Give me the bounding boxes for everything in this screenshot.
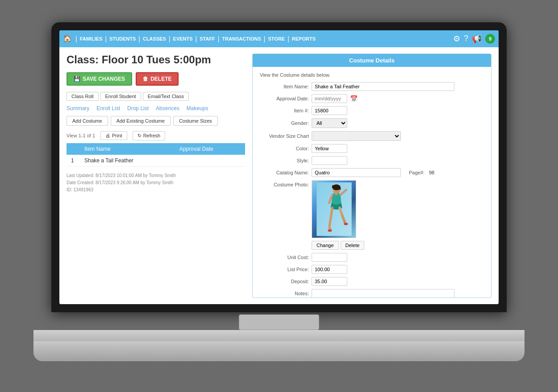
tab-drop-list[interactable]: Drop List: [127, 105, 149, 111]
nav-separator-7: |: [264, 35, 266, 42]
home-icon[interactable]: 🏠: [63, 34, 72, 43]
deposit-input[interactable]: [312, 277, 347, 286]
enroll-student-tab[interactable]: Enroll Student: [100, 92, 141, 101]
notes-row: Notes:: [260, 289, 484, 298]
action-tab-row: Class Roll Enroll Student Email/Text Cla…: [67, 92, 245, 101]
nav-separator-1: |: [75, 35, 77, 42]
item-num-input[interactable]: [312, 106, 347, 115]
row-item-name: Shake a Tail Feather: [80, 155, 175, 167]
delete-button[interactable]: 🗑 DELETE: [136, 72, 179, 86]
catalog-name-label: Catalog Name:: [260, 170, 309, 175]
nav-classes[interactable]: CLASSES: [143, 36, 166, 41]
table-row[interactable]: 1 Shake a Tail Feather: [67, 155, 245, 167]
save-icon: 💾: [74, 76, 80, 82]
costume-details-modal: Costume Details View the Costume details…: [252, 54, 491, 298]
gender-row: Gender: All Male Female: [260, 118, 484, 128]
change-photo-button[interactable]: Change: [312, 241, 339, 250]
photo-buttons: Change Delete: [312, 241, 364, 250]
print-button[interactable]: 🖨 Print: [100, 131, 127, 140]
nav-transactions[interactable]: TRANSACTIONS: [222, 36, 261, 41]
view-count: View 1-1 of 1: [67, 133, 95, 138]
main-content: Class: Floor 10 Tues 5:00pm 💾 SAVE CHANG…: [59, 47, 499, 304]
list-price-row: List Price:: [260, 265, 484, 274]
unit-cost-row: Unit Cost:: [260, 253, 484, 262]
list-price-input[interactable]: [312, 265, 347, 274]
trackpad: [239, 314, 319, 330]
nav-separator-3: |: [138, 35, 140, 42]
svg-point-7: [344, 223, 348, 225]
costume-photo-label: Costume Photo:: [260, 180, 309, 187]
nav-store[interactable]: STORE: [268, 36, 285, 41]
last-updated: Last Updated: 8/17/2023 10:01:00 AM by T…: [67, 172, 245, 179]
item-name-label: Item Name:: [260, 84, 309, 89]
item-num-label: Item #:: [260, 108, 309, 113]
modal-sub-text: View the Costume details below.: [260, 72, 484, 78]
modal-body: View the Costume details below. Item Nam…: [253, 67, 491, 298]
costume-sizes-button[interactable]: Costume Sizes: [173, 116, 218, 126]
nav-separator-6: |: [218, 35, 220, 42]
page-value: 98: [429, 170, 434, 175]
tab-absences[interactable]: Absences: [156, 105, 179, 111]
page-label: Page#:: [409, 170, 425, 175]
catalog-name-input[interactable]: [312, 168, 401, 177]
calendar-icon[interactable]: 📅: [350, 95, 358, 102]
nav-students[interactable]: STUDENTS: [109, 36, 136, 41]
print-icon: 🖨: [105, 133, 110, 138]
tab-makeups[interactable]: Makeups: [187, 105, 208, 111]
item-num-row: Item #:: [260, 106, 484, 115]
color-label: Color:: [260, 146, 309, 151]
nav-families[interactable]: FAMILIES: [80, 36, 103, 41]
costume-photo: [312, 180, 356, 238]
email-text-class-tab[interactable]: Email/Text Class: [143, 92, 189, 101]
costume-action-row: Add Costume Add Existing Costume Costume…: [67, 116, 245, 126]
gender-label: Gender:: [260, 120, 309, 126]
action-buttons: 💾 SAVE CHANGES 🗑 DELETE: [67, 72, 245, 86]
delete-photo-button[interactable]: Delete: [341, 241, 365, 250]
nav-events[interactable]: EVENTS: [173, 36, 193, 41]
item-name-input[interactable]: [312, 82, 454, 91]
approval-date-row: Approval Date: 📅: [260, 94, 484, 103]
nav-right: ⚙ ? 📢 9: [453, 34, 495, 44]
list-price-label: List Price:: [260, 267, 309, 272]
nav-separator-2: |: [105, 35, 107, 42]
svg-rect-5: [335, 193, 337, 195]
add-costume-button[interactable]: Add Costume: [67, 116, 108, 126]
deposit-label: Deposit:: [260, 279, 309, 284]
approval-date-input[interactable]: [312, 94, 347, 103]
nav-staff[interactable]: STAFF: [200, 36, 215, 41]
style-row: Style:: [260, 156, 484, 165]
save-changes-button[interactable]: 💾 SAVE CHANGES: [67, 72, 132, 86]
right-panel: Costume Details View the Costume details…: [252, 54, 491, 298]
color-row: Color:: [260, 144, 484, 153]
gymnast-figure: [315, 182, 353, 236]
nav-reports[interactable]: REPORTS: [292, 36, 316, 41]
help-icon[interactable]: ?: [464, 34, 468, 43]
tab-summary[interactable]: Summary: [67, 105, 89, 111]
catalog-row: Catalog Name: Page#: 98: [260, 168, 484, 177]
unit-cost-label: Unit Cost:: [260, 255, 309, 260]
refresh-button[interactable]: ↻ Refresh: [133, 131, 166, 140]
notification-badge[interactable]: 9: [485, 34, 495, 44]
unit-cost-input[interactable]: [312, 253, 347, 262]
photo-container: Change Delete: [312, 180, 364, 250]
add-existing-costume-button[interactable]: Add Existing Costume: [111, 116, 171, 126]
costume-photo-row: Costume Photo:: [260, 180, 484, 250]
refresh-icon: ↻: [137, 133, 142, 139]
item-name-row: Item Name:: [260, 82, 484, 91]
settings-icon[interactable]: ⚙: [453, 34, 460, 44]
vendor-size-select[interactable]: [312, 131, 401, 141]
notifications-icon[interactable]: 📢: [472, 34, 482, 44]
notes-textarea[interactable]: [312, 289, 454, 298]
costume-table: Item Name Approval Date 1 Shake a Tail F…: [67, 143, 245, 167]
table-col-num: [67, 143, 80, 155]
meta-info: Last Updated: 8/17/2023 10:01:00 AM by T…: [67, 172, 245, 194]
nav-separator-8: |: [287, 35, 289, 42]
color-input[interactable]: [312, 144, 347, 153]
row-approval-date: [175, 155, 245, 167]
class-roll-tab[interactable]: Class Roll: [67, 92, 99, 101]
style-input[interactable]: [312, 156, 347, 165]
tab-enroll-list[interactable]: Enroll List: [96, 105, 120, 111]
nav-separator-4: |: [169, 35, 171, 42]
approval-date-label: Approval Date:: [260, 96, 309, 101]
gender-select[interactable]: All Male Female: [312, 118, 347, 128]
